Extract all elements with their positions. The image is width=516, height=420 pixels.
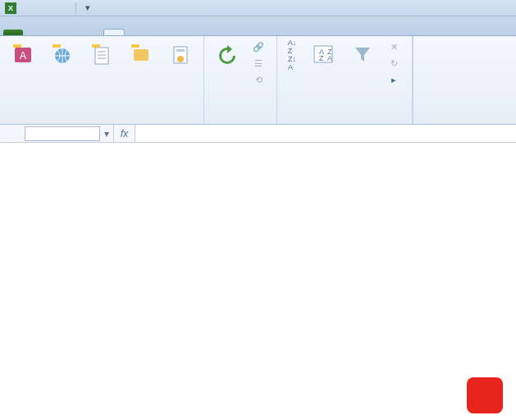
funnel-icon: [349, 41, 376, 67]
advanced-button[interactable]: ▸: [384, 72, 407, 87]
clear-icon: ✕: [387, 40, 400, 53]
name-box[interactable]: [25, 126, 100, 141]
ribbon: A: [0, 36, 516, 125]
existing-conn-button[interactable]: [162, 39, 199, 71]
group-sort-filter: A↓Z Z↓A AZZA ✕ ↻ ▸: [277, 36, 413, 124]
tab-data[interactable]: [103, 29, 125, 35]
sort-asc-button[interactable]: A↓Z: [282, 39, 302, 54]
svg-rect-2: [13, 44, 21, 48]
ribbon-tabs: [0, 16, 516, 36]
tab-review[interactable]: [125, 30, 144, 35]
from-other-button[interactable]: [123, 39, 159, 71]
qat-separator: [75, 2, 76, 14]
excel-icon: X: [5, 2, 16, 14]
sort-az-icon: A↓Z: [285, 40, 299, 53]
link-icon: 🔗: [252, 40, 265, 53]
undo-icon[interactable]: [39, 2, 53, 15]
tab-file[interactable]: [3, 30, 23, 35]
group-external-label: [5, 109, 199, 122]
save-icon[interactable]: [21, 2, 34, 15]
from-web-button[interactable]: [44, 39, 80, 71]
sort-icon: AZZA: [310, 41, 336, 67]
svg-point-13: [177, 56, 184, 62]
sort-button[interactable]: AZZA: [305, 39, 341, 71]
svg-rect-11: [131, 44, 139, 48]
svg-rect-14: [176, 49, 185, 52]
svg-text:A: A: [20, 50, 26, 62]
name-box-wrap: ▾: [0, 125, 114, 142]
sort-za-icon: Z↓A: [285, 57, 299, 70]
web-icon: [49, 41, 75, 67]
edit-links-button: ⟲: [249, 72, 272, 87]
group-sort-filter-label: [282, 109, 407, 122]
editlink-icon: ⟲: [252, 73, 265, 86]
refresh-all-button[interactable]: [209, 39, 245, 71]
svg-rect-5: [95, 48, 108, 64]
quick-access-toolbar: X ▾: [0, 0, 516, 16]
tab-layout[interactable]: [64, 30, 84, 35]
group-connections: 🔗 ☰ ⟲: [204, 36, 277, 124]
sort-desc-button[interactable]: Z↓A: [282, 56, 302, 71]
tab-formula[interactable]: [84, 30, 103, 35]
properties-icon: ☰: [252, 57, 265, 70]
fx-icon[interactable]: fx: [114, 125, 135, 142]
redo-icon[interactable]: [57, 2, 71, 15]
other-sources-icon: [128, 41, 154, 67]
name-box-dropdown-icon[interactable]: ▾: [100, 128, 113, 139]
svg-rect-10: [134, 49, 148, 61]
tab-home[interactable]: [25, 30, 44, 35]
svg-text:A: A: [327, 54, 332, 62]
formula-bar-row: ▾ fx: [0, 125, 516, 143]
access-icon: A: [10, 41, 36, 67]
existing-conn-icon: [167, 41, 194, 67]
text-icon: [89, 41, 115, 67]
reapply-button: ↻: [384, 56, 407, 71]
svg-rect-9: [92, 44, 100, 48]
tab-dev[interactable]: [164, 30, 184, 35]
filter-button[interactable]: [345, 39, 381, 71]
advanced-icon: ▸: [387, 73, 400, 86]
connections-button[interactable]: 🔗: [249, 39, 272, 54]
from-text-button[interactable]: [84, 39, 120, 71]
clear-button: ✕: [384, 39, 407, 54]
svg-rect-4: [53, 44, 61, 48]
properties-button: ☰: [249, 56, 272, 71]
from-access-button[interactable]: A: [5, 39, 41, 71]
reapply-icon: ↻: [387, 57, 400, 70]
formula-bar[interactable]: [135, 125, 516, 142]
tab-view[interactable]: [144, 30, 164, 35]
group-external-data: A: [0, 36, 204, 124]
qat-customize-icon[interactable]: ▾: [81, 2, 94, 15]
tab-insert[interactable]: [44, 30, 64, 35]
svg-text:Z: Z: [319, 54, 324, 62]
group-cut[interactable]: [413, 36, 423, 124]
group-connections-label: [209, 109, 272, 122]
refresh-icon: [214, 41, 240, 67]
